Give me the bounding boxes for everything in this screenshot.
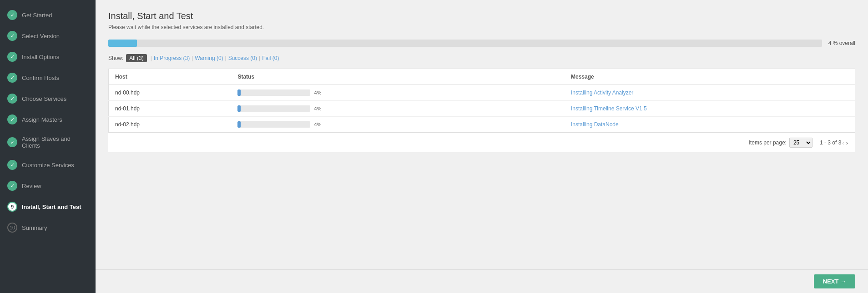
pagination-row: Items per page: 25 50 100 1 - 3 of 3 ‹ › xyxy=(108,133,855,152)
row-bar-fill-0 xyxy=(237,89,240,96)
host-cell-1: nd-01.hdp xyxy=(109,101,232,117)
step-badge-install-start-test: 9 xyxy=(7,202,17,212)
page-subtitle: Please wait while the selected services … xyxy=(108,24,855,30)
row-bar-container-0 xyxy=(237,89,310,96)
step-badge-confirm-hosts: ✓ xyxy=(7,73,17,83)
step-badge-assign-slaves: ✓ xyxy=(7,137,17,147)
page-title: Install, Start and Test xyxy=(108,11,855,21)
sidebar-item-label-summary: Summary xyxy=(22,224,47,231)
step-badge-review: ✓ xyxy=(7,181,17,191)
filter-sep-1: | xyxy=(151,55,152,61)
sidebar-item-assign-slaves[interactable]: ✓Assign Slaves and Clients xyxy=(0,130,96,154)
filter-in-progress[interactable]: In Progress (3) xyxy=(154,55,190,61)
message-link-1[interactable]: Installing Timeline Service V1.5 xyxy=(571,105,647,112)
next-page-button[interactable]: › xyxy=(845,139,849,146)
filter-row: Show: All (3) | In Progress (3) | Warnin… xyxy=(108,54,855,62)
row-bar-container-1 xyxy=(237,105,310,112)
overall-progress-bar-container xyxy=(108,40,822,47)
show-label: Show: xyxy=(108,55,123,61)
row-progress-1: 4% xyxy=(237,105,558,112)
install-table: Host Status Message nd-00.hdp4%Installin… xyxy=(108,69,855,133)
filter-all[interactable]: All (3) xyxy=(126,54,146,62)
per-page-select[interactable]: 25 50 100 xyxy=(789,138,812,148)
items-per-page: Items per page: 25 50 100 xyxy=(749,138,812,148)
row-progress-2: 4% xyxy=(237,121,558,128)
row-bar-fill-2 xyxy=(237,121,240,128)
sidebar-item-label-assign-slaves: Assign Slaves and Clients xyxy=(22,135,88,149)
sidebar-item-confirm-hosts[interactable]: ✓Confirm Hosts xyxy=(0,67,96,88)
sidebar: ✓Get Started✓Select Version✓Install Opti… xyxy=(0,0,96,293)
col-host: Host xyxy=(109,69,232,85)
message-cell-0: Installing Activity Analyzer xyxy=(565,85,855,101)
table-row: nd-00.hdp4%Installing Activity Analyzer xyxy=(109,85,855,101)
filter-sep-3: | xyxy=(225,55,227,61)
status-cell-1: 4% xyxy=(231,101,565,117)
sidebar-item-label-customize-services: Customize Services xyxy=(22,162,74,169)
step-badge-select-version: ✓ xyxy=(7,31,17,41)
step-badge-install-options: ✓ xyxy=(7,52,17,62)
step-badge-assign-masters: ✓ xyxy=(7,114,17,124)
sidebar-item-review[interactable]: ✓Review xyxy=(0,175,96,196)
host-cell-2: nd-02.hdp xyxy=(109,117,232,133)
sidebar-item-label-confirm-hosts: Confirm Hosts xyxy=(22,74,59,81)
message-link-2[interactable]: Installing DataNode xyxy=(571,121,619,128)
sidebar-item-label-install-start-test: Install, Start and Test xyxy=(22,204,81,210)
message-cell-2: Installing DataNode xyxy=(565,117,855,133)
row-bar-container-2 xyxy=(237,121,310,128)
col-status: Status xyxy=(231,69,565,85)
page-range: 1 - 3 of 3 xyxy=(820,139,841,146)
sidebar-item-label-install-options: Install Options xyxy=(22,54,59,60)
overall-progress-label: 4 % overall xyxy=(828,40,855,46)
host-cell-0: nd-00.hdp xyxy=(109,85,232,101)
overall-progress-bar-fill xyxy=(108,40,137,47)
next-button[interactable]: NEXT → xyxy=(814,274,855,288)
step-badge-summary: 10 xyxy=(7,223,17,233)
sidebar-item-get-started[interactable]: ✓Get Started xyxy=(0,5,96,25)
sidebar-item-install-start-test[interactable]: 9Install, Start and Test xyxy=(0,196,96,217)
col-message: Message xyxy=(565,69,855,85)
row-progress-0: 4% xyxy=(237,89,558,96)
prev-page-button[interactable]: ‹ xyxy=(841,139,845,146)
main-content: Install, Start and Test Please wait whil… xyxy=(96,0,868,293)
status-cell-0: 4% xyxy=(231,85,565,101)
sidebar-item-customize-services[interactable]: ✓Customize Services xyxy=(0,154,96,175)
sidebar-item-label-choose-services: Choose Services xyxy=(22,95,66,102)
row-pct-0: 4% xyxy=(314,90,327,95)
step-badge-choose-services: ✓ xyxy=(7,94,17,104)
sidebar-item-label-review: Review xyxy=(22,183,41,189)
filter-sep-4: | xyxy=(259,55,260,61)
filter-sep-2: | xyxy=(192,55,193,61)
sidebar-item-select-version[interactable]: ✓Select Version xyxy=(0,25,96,46)
table-row: nd-02.hdp4%Installing DataNode xyxy=(109,117,855,133)
sidebar-item-assign-masters[interactable]: ✓Assign Masters xyxy=(0,109,96,130)
overall-progress-row: 4 % overall xyxy=(108,40,855,47)
sidebar-item-install-options[interactable]: ✓Install Options xyxy=(0,46,96,67)
row-bar-fill-1 xyxy=(237,105,240,112)
sidebar-item-summary[interactable]: 10Summary xyxy=(0,217,96,238)
filter-success[interactable]: Success (0) xyxy=(228,55,257,61)
table-row: nd-01.hdp4%Installing Timeline Service V… xyxy=(109,101,855,117)
sidebar-item-label-get-started: Get Started xyxy=(22,12,52,19)
message-cell-1: Installing Timeline Service V1.5 xyxy=(565,101,855,117)
step-badge-customize-services: ✓ xyxy=(7,160,17,170)
step-badge-get-started: ✓ xyxy=(7,10,17,20)
sidebar-item-label-select-version: Select Version xyxy=(22,33,60,40)
items-per-page-label: Items per page: xyxy=(749,139,787,146)
filter-warning[interactable]: Warning (0) xyxy=(195,55,223,61)
message-link-0[interactable]: Installing Activity Analyzer xyxy=(571,89,633,96)
filter-fail[interactable]: Fail (0) xyxy=(262,55,279,61)
row-pct-1: 4% xyxy=(314,106,327,111)
status-cell-2: 4% xyxy=(231,117,565,133)
sidebar-item-choose-services[interactable]: ✓Choose Services xyxy=(0,88,96,109)
row-pct-2: 4% xyxy=(314,122,327,127)
footer: NEXT → xyxy=(96,269,868,293)
sidebar-item-label-assign-masters: Assign Masters xyxy=(22,116,62,123)
